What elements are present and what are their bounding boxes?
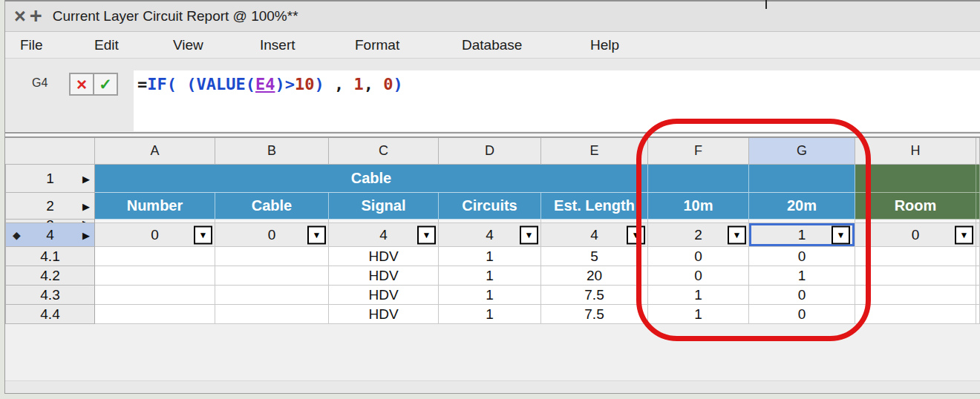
cell-B4.3[interactable] — [215, 286, 329, 305]
cell-F4.3[interactable]: 1 — [648, 286, 749, 305]
cell-H4-dropdown[interactable]: ▼ — [955, 225, 973, 244]
cell-C4.2[interactable]: HDV — [329, 266, 439, 286]
cell-C4.3[interactable]: HDV — [329, 286, 439, 305]
cell-B4[interactable]: 0▼ — [215, 223, 329, 247]
menu-item-view[interactable]: View — [173, 37, 203, 53]
cell-E4.4[interactable]: 7.5 — [541, 305, 648, 324]
cell-B4.1[interactable] — [215, 247, 329, 266]
cell-H4.2[interactable] — [855, 266, 976, 286]
cell-A4.2[interactable] — [95, 266, 215, 286]
cell-C4[interactable]: 4▼ — [329, 223, 439, 247]
cell-E4.3-value: 7.5 — [584, 287, 604, 303]
row-header-4.1[interactable]: 4.1 — [5, 247, 95, 266]
row-header-2[interactable]: 2▶ — [5, 193, 95, 220]
close-icon[interactable]: × — [14, 7, 26, 27]
cell-H2[interactable]: Room — [855, 193, 976, 220]
formula-segment: IF( (VALUE( — [147, 75, 255, 93]
add-icon[interactable]: + — [30, 5, 42, 27]
cell-group-cable[interactable]: Cable — [95, 165, 648, 193]
cell-H4.3[interactable] — [855, 286, 976, 305]
cell-G4.3[interactable]: 0 — [749, 286, 855, 305]
column-header-C[interactable]: C — [329, 138, 439, 165]
cell-D4.2[interactable]: 1 — [439, 266, 541, 286]
cell-G4-dropdown[interactable]: ▼ — [832, 225, 850, 244]
cell-D4.1[interactable]: 1 — [439, 247, 541, 266]
column-header-G[interactable]: G — [749, 138, 855, 165]
row-header-1[interactable]: 1▶ — [5, 165, 95, 193]
cell-B4-value: 0 — [268, 227, 276, 243]
menu-item-insert[interactable]: Insert — [260, 37, 295, 53]
cell-B4-dropdown[interactable]: ▼ — [307, 225, 326, 244]
cell-C4-dropdown[interactable]: ▼ — [417, 225, 436, 244]
cell-C4.4[interactable]: HDV — [329, 305, 439, 324]
menu-item-edit[interactable]: Edit — [94, 37, 119, 53]
cell-E4.2[interactable]: 20 — [541, 266, 648, 286]
bottom-scrollbar-track[interactable] — [5, 380, 980, 393]
cell-F2[interactable]: 10m — [648, 193, 749, 220]
menu-item-format[interactable]: Format — [355, 37, 399, 53]
cell-H1[interactable] — [855, 165, 976, 193]
cell-D4-dropdown[interactable]: ▼ — [520, 225, 538, 244]
menu-item-database[interactable]: Database — [462, 37, 522, 53]
cell-A4[interactable]: 0▼ — [95, 223, 215, 247]
cell-H4.1[interactable] — [855, 247, 976, 266]
column-header-E[interactable]: E — [541, 138, 648, 165]
cell-E4[interactable]: 4▼ — [541, 223, 648, 247]
cell-E4-dropdown[interactable]: ▼ — [627, 225, 645, 244]
cell-I4.4 — [976, 305, 980, 324]
cell-B4.4[interactable] — [215, 305, 329, 324]
cell-H4[interactable]: 0▼ — [855, 223, 976, 247]
column-header-D[interactable]: D — [439, 138, 541, 165]
cell-F4[interactable]: 2▼ — [648, 223, 749, 247]
cell-E4.1[interactable]: 5 — [541, 247, 648, 266]
row-header-4.3[interactable]: 4.3 — [5, 286, 95, 305]
cell-D2[interactable]: Circuits — [439, 193, 541, 220]
cell-F4.1[interactable]: 0 — [648, 247, 749, 266]
cell-B2[interactable]: Cable — [215, 193, 329, 220]
cell-D4.3[interactable]: 1 — [439, 286, 541, 305]
formula-segment: , — [324, 75, 354, 93]
cell-B4.2[interactable] — [215, 266, 329, 286]
column-header-B[interactable]: B — [215, 138, 329, 165]
cell-F4.4[interactable]: 1 — [648, 305, 749, 324]
cell-F4-dropdown[interactable]: ▼ — [728, 225, 746, 244]
formula-input[interactable]: =IF( (VALUE(E4)>10) , 1, 0) — [137, 75, 403, 93]
cell-G4.1-value: 0 — [798, 248, 806, 265]
cell-G2[interactable]: 20m — [749, 193, 855, 220]
row-header-4[interactable]: 4◆▶ — [5, 223, 95, 247]
cell-C4.1[interactable]: HDV — [329, 247, 439, 266]
cell-A2[interactable]: Number — [95, 193, 215, 220]
row-header-4.4[interactable]: 4.4 — [5, 305, 95, 324]
cell-D4.4[interactable]: 1 — [439, 305, 541, 324]
menu-bar: FileEditViewInsertFormatDatabaseHelp — [5, 32, 980, 59]
cell-A4.1[interactable] — [95, 247, 215, 266]
column-header-A[interactable]: A — [95, 138, 215, 165]
formula-cancel-button[interactable]: × — [71, 74, 94, 94]
cell-E2[interactable]: Est. Length — [541, 193, 648, 220]
cell-E4.3[interactable]: 7.5 — [541, 286, 648, 305]
cell-F1[interactable] — [648, 165, 749, 193]
cell-H4.4[interactable] — [855, 305, 976, 324]
cell-A4-dropdown[interactable]: ▼ — [194, 225, 212, 244]
grid-corner[interactable] — [5, 138, 95, 165]
cell-D4[interactable]: 4▼ — [439, 223, 541, 247]
column-header-E-value: E — [589, 143, 598, 159]
cell-G4[interactable]: 1▼ — [749, 223, 855, 247]
formula-segment: )> — [275, 75, 295, 93]
row-header-4.2[interactable]: 4.2 — [5, 266, 95, 286]
cell-F4.2[interactable]: 0 — [648, 266, 749, 286]
cell-G4.1[interactable]: 0 — [749, 247, 855, 266]
cell-A4.3[interactable] — [95, 286, 215, 305]
cell-A4.4[interactable] — [95, 305, 215, 324]
formula-segment: 1 — [353, 75, 363, 93]
formula-accept-button[interactable]: ✓ — [94, 74, 117, 94]
row-label-2: 2 — [46, 198, 54, 214]
menu-item-help[interactable]: Help — [590, 37, 619, 53]
menu-item-file[interactable]: File — [20, 37, 43, 53]
column-header-F[interactable]: F — [648, 138, 749, 165]
cell-G1[interactable] — [749, 165, 855, 193]
cell-C2[interactable]: Signal — [329, 193, 439, 220]
cell-G4.4[interactable]: 0 — [749, 305, 855, 324]
cell-G4.2[interactable]: 1 — [749, 266, 855, 286]
column-header-H[interactable]: H — [855, 138, 976, 165]
